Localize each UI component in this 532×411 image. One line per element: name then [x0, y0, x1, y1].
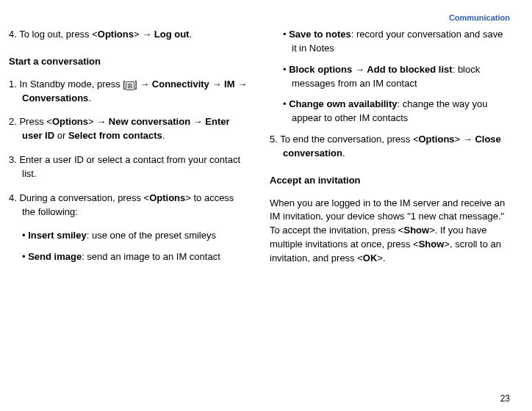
options-label: Options: [149, 192, 185, 203]
accept-invitation-paragraph: When you are logged in to the IM server …: [270, 197, 510, 266]
step-1: 1. In Standby mode, press [⊞] → Connecti…: [9, 78, 249, 106]
content-columns: 4. To log out, press <Options> → Log out…: [9, 28, 510, 274]
text: .: [342, 148, 345, 159]
page-number: 23: [500, 393, 510, 404]
bullet-change-availability: • Change own availability: change the wa…: [283, 98, 510, 126]
save-to-notes-label: Save to notes: [289, 29, 351, 40]
logout-step: 4. To log out, press <Options> → Log out…: [9, 28, 249, 42]
show-label: Show: [403, 225, 429, 236]
text: 5. To end the conversation, press <: [270, 134, 418, 145]
step-5: 5. To end the conversation, press <Optio…: [270, 133, 510, 161]
change-availability-label: Change own availability: [289, 98, 397, 109]
bullet-insert-smiley: • Insert smiley: use one of the preset s…: [22, 229, 249, 243]
show-label: Show: [419, 239, 445, 250]
left-column: 4. To log out, press <Options> → Log out…: [9, 28, 249, 274]
text: 4. During a conversation, press <: [9, 192, 149, 203]
send-image-label: Send image: [28, 251, 82, 262]
bullet-dot: •: [283, 98, 289, 109]
text: 1. In Standby mode, press [: [9, 79, 126, 90]
connectivity-label: Connectivity: [152, 79, 209, 90]
bullet-dot: •: [283, 64, 289, 75]
insert-smiley-label: Insert smiley: [28, 230, 87, 241]
text: .: [189, 29, 192, 40]
manual-page: Communication 4. To log out, press <Opti…: [0, 0, 532, 411]
select-from-contacts-label: Select from contacts: [68, 130, 162, 141]
bullet-save-to-notes: • Save to notes: record your conversatio…: [283, 28, 510, 56]
step-4: 4. During a conversation, press <Options…: [9, 192, 249, 219]
start-conversation-heading: Start a conversation: [9, 55, 249, 69]
section-header: Communication: [9, 13, 510, 22]
text: →: [209, 79, 224, 90]
block-options-label: Block options: [289, 64, 352, 75]
options-label: Options: [98, 29, 134, 40]
step-2: 2. Press <Options> → New conversation → …: [9, 115, 249, 143]
options-label: Options: [418, 134, 454, 145]
text: .: [88, 92, 91, 103]
new-conversation-label: New conversation: [109, 116, 190, 127]
text: →: [190, 116, 205, 127]
logout-label: Log out: [154, 29, 190, 40]
menu-key-icon: ⊞: [126, 81, 134, 90]
step-3: 3. Enter a user ID or select a contact f…: [9, 153, 249, 181]
text: >.: [377, 252, 385, 263]
text: .: [162, 130, 165, 141]
right-column: • Save to notes: record your conversatio…: [270, 28, 510, 274]
text: →: [235, 79, 248, 90]
text: : use one of the preset smileys: [87, 230, 216, 241]
bullet-dot: •: [22, 230, 28, 241]
text: 2. Press <: [9, 116, 52, 127]
text: > →: [88, 116, 109, 127]
text: or: [54, 130, 68, 141]
bullet-send-image: • Send image: send an image to an IM con…: [22, 250, 249, 264]
text: : send an image to an IM contact: [82, 251, 220, 262]
bullet-dot: •: [22, 251, 28, 262]
options-label: Options: [52, 116, 88, 127]
text: > →: [455, 134, 475, 145]
text: 4. To log out, press <: [9, 29, 98, 40]
bullet-dot: •: [283, 29, 289, 40]
ok-label: OK: [363, 252, 378, 263]
im-label: IM: [224, 79, 234, 90]
text: > →: [134, 29, 154, 40]
conversations-label: Conversations: [22, 92, 88, 103]
add-to-blocked-list-label: Add to blocked list: [367, 64, 452, 75]
text: →: [352, 64, 367, 75]
accept-invitation-heading: Accept an invitation: [270, 174, 510, 188]
text: ] →: [134, 79, 152, 90]
bullet-block-options: • Block options → Add to blocked list: b…: [283, 63, 510, 91]
